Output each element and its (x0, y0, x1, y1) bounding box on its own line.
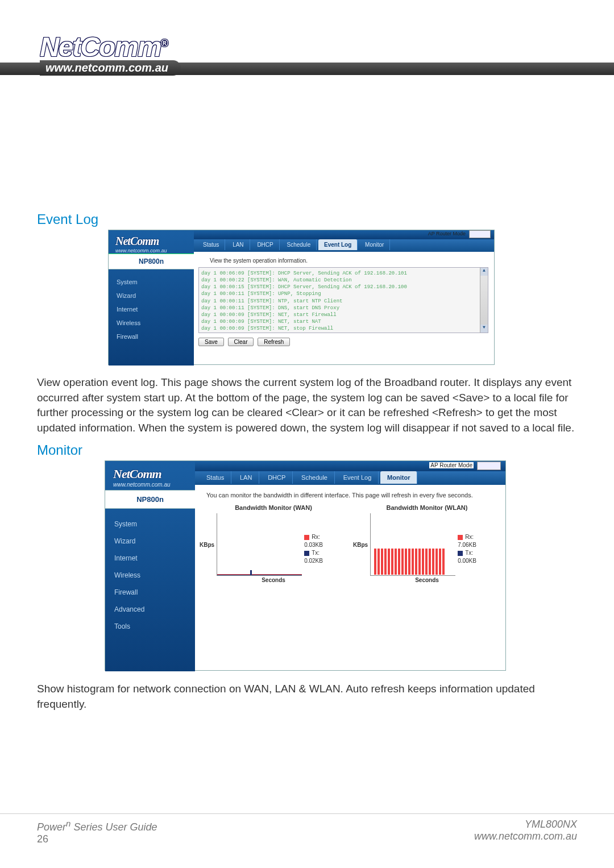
footer-guide-tail: Series User Guide (70, 821, 157, 833)
footer-right: YML800NX www.netcomm.com.au (474, 819, 577, 845)
legend-rx-swatch (458, 535, 463, 540)
sidebar-logo: NetComm (105, 461, 195, 481)
log-line: day 1 00:00:09 [SYSTEM]: NET, start NAT (201, 318, 486, 325)
legend-tx-swatch (458, 551, 463, 556)
page-footer: Powern Series User Guide 26 YML800NX www… (0, 813, 614, 845)
svg-rect-26 (401, 549, 404, 575)
sidebar-item-system[interactable]: System (109, 275, 194, 289)
log-line: day 1 00:00:09 [SYSTEM]: NET, stop Firew… (201, 325, 486, 332)
sidebar-item-tools[interactable]: Tools (105, 618, 195, 635)
brand-name: NetComm (40, 32, 161, 62)
chart-wan: Bandwidth Monitor (WAN) KBps 4 3 2 1 0 (200, 500, 347, 583)
tab-event-log[interactable]: Event Log (337, 471, 379, 484)
svg-rect-7 (250, 570, 252, 575)
footer-left: Powern Series User Guide 26 (37, 819, 157, 845)
brand-logo: NetComm® (40, 31, 181, 63)
page-number: 26 (37, 833, 157, 845)
sidebar-item-internet[interactable]: Internet (105, 550, 195, 567)
chart-wlan: Bandwidth Monitor (WLAN) KBps 16 12 8 4 … (353, 500, 501, 583)
legend-rx-swatch (304, 535, 309, 540)
sidebar-item-firewall[interactable]: Firewall (109, 330, 194, 343)
tab-schedule[interactable]: Schedule (294, 471, 335, 484)
footer-guide-name: Power (37, 821, 66, 833)
x-axis-label: Seconds (200, 576, 347, 583)
sidebar-url: www.netcomm.com.au (109, 248, 194, 254)
svg-rect-32 (422, 549, 424, 575)
sidebar-item-internet[interactable]: Internet (109, 302, 194, 316)
legend-rx-label: Rx: (312, 534, 320, 540)
registered-mark: ® (161, 38, 167, 49)
log-line: day 1 00:00:11 [SYSTEM]: DNS, start DNS … (201, 305, 486, 312)
mode-select[interactable] (469, 230, 491, 238)
page-description: View the system operation information. (194, 252, 494, 267)
charts-row: Bandwidth Monitor (WAN) KBps 4 3 2 1 0 (195, 500, 505, 583)
brand-url: www.netcomm.com.au (40, 60, 181, 76)
svg-rect-37 (439, 549, 441, 575)
scroll-up-icon[interactable]: ▲ (480, 268, 488, 276)
svg-rect-20 (381, 549, 383, 575)
svg-rect-34 (429, 549, 431, 575)
monitor-paragraph: Show histogram for network connection on… (37, 682, 577, 712)
chart-title: Bandwidth Monitor (WAN) (200, 500, 347, 513)
sidebar-item-system[interactable]: System (105, 516, 195, 533)
mode-select[interactable] (477, 462, 501, 470)
mode-label: AP Router Mode (429, 462, 474, 468)
tab-lan[interactable]: LAN (227, 239, 250, 250)
sidebar-item-advanced[interactable]: Advanced (105, 601, 195, 618)
tab-dhcp[interactable]: DHCP (251, 239, 279, 250)
svg-rect-27 (405, 549, 407, 575)
svg-rect-22 (388, 549, 390, 575)
sidebar-item-wizard[interactable]: Wizard (109, 289, 194, 302)
svg-rect-38 (442, 549, 445, 575)
tab-monitor[interactable]: Monitor (380, 471, 417, 484)
legend-rx-value: 7.06KB (458, 541, 476, 549)
wlan-rx-bars (374, 549, 445, 575)
svg-rect-29 (412, 549, 414, 575)
chart-wan-plot: 4 3 2 1 0 1020 3040 (217, 513, 302, 576)
sidebar-item-firewall[interactable]: Firewall (105, 584, 195, 601)
screenshot-monitor: NetComm www.netcomm.com.au NP800n System… (105, 460, 506, 671)
event-log-paragraph: View operation event log. This page show… (37, 375, 577, 435)
log-line: day 1 00:06:09 [SYSTEM]: DHCP Server, Se… (201, 270, 486, 277)
tab-monitor[interactable]: Monitor (359, 239, 390, 250)
svg-rect-36 (435, 549, 438, 575)
x-axis-label: Seconds (353, 576, 501, 583)
sidebar-url: www.netcomm.com.au (105, 481, 195, 488)
legend-rx-label: Rx: (465, 534, 474, 540)
tab-status[interactable]: Status (197, 239, 225, 250)
sidebar-item-wizard[interactable]: Wizard (105, 533, 195, 550)
sidebar-nav: System Wizard Internet Wireless Firewall… (105, 509, 195, 635)
tab-dhcp[interactable]: DHCP (261, 471, 293, 484)
model-label: NP800n (105, 490, 195, 509)
save-button[interactable]: Save (198, 338, 224, 346)
svg-rect-31 (418, 549, 421, 575)
svg-rect-24 (395, 549, 397, 575)
footer-url: www.netcomm.com.au (474, 830, 577, 842)
scroll-down-icon[interactable]: ▼ (480, 325, 488, 333)
sidebar-item-wireless[interactable]: Wireless (105, 567, 195, 584)
svg-rect-30 (415, 549, 417, 575)
log-line: day 1 00:00:11 [SYSTEM]: UPNP, Stopping (201, 290, 486, 297)
log-textarea[interactable]: day 1 00:06:09 [SYSTEM]: DHCP Server, Se… (198, 267, 488, 333)
clear-button[interactable]: Clear (228, 338, 254, 346)
sidebar: NetComm www.netcomm.com.au NP800n System… (105, 461, 195, 671)
svg-rect-21 (384, 549, 387, 575)
log-line: day 1 00:00:22 [SYSTEM]: WAN, Automatic … (201, 277, 486, 284)
top-strip: AP Router Mode (195, 461, 505, 471)
sidebar-logo: NetComm (109, 230, 194, 248)
tab-status[interactable]: Status (200, 471, 231, 484)
tab-bar: Status LAN DHCP Schedule Event Log Monit… (195, 471, 505, 485)
top-strip: AP Router Mode (194, 230, 494, 239)
chart-title: Bandwidth Monitor (WLAN) (353, 500, 501, 513)
button-row: Save Clear Refresh (194, 338, 494, 346)
scrollbar[interactable]: ▲ ▼ (480, 268, 488, 333)
model-label: NP800n (109, 254, 194, 269)
tab-event-log[interactable]: Event Log (318, 239, 358, 250)
chart-legend: Rx: 7.06KB Tx: 0.00KB (455, 524, 476, 565)
tab-schedule[interactable]: Schedule (281, 239, 317, 250)
sidebar-item-wireless[interactable]: Wireless (109, 316, 194, 330)
tab-lan[interactable]: LAN (233, 471, 259, 484)
log-line: day 1 00:00:11 [SYSTEM]: NTP, start NTP … (201, 298, 486, 305)
legend-tx-label: Tx: (312, 550, 320, 556)
refresh-button[interactable]: Refresh (258, 338, 290, 346)
